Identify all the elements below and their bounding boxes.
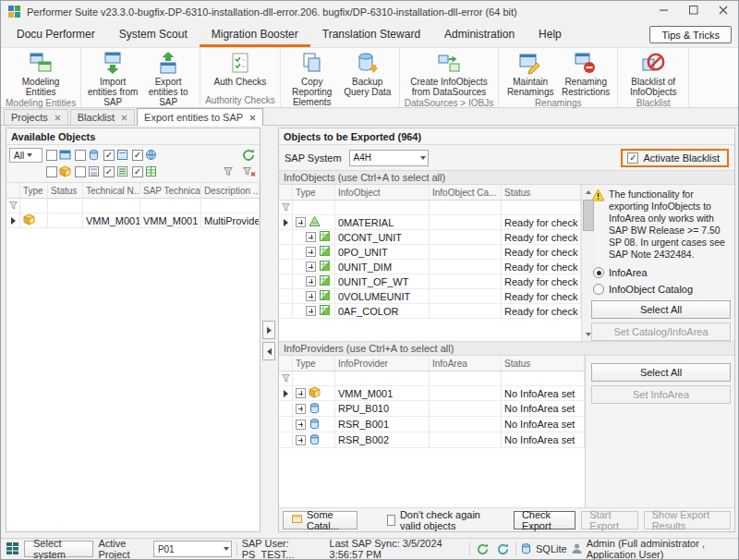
tab-help[interactable]: Help	[527, 23, 574, 47]
create-infoobjects-button[interactable]: Create InfoObjects from DataSources	[409, 50, 489, 97]
renaming-restrictions-button[interactable]: Renaming Restrictions	[559, 50, 612, 97]
tab-administration[interactable]: Administration	[432, 23, 527, 47]
column-header-infoobject[interactable]: InfoObject	[335, 185, 430, 200]
filter-cube-checkbox[interactable]	[46, 166, 57, 177]
close-button[interactable]	[709, 1, 738, 21]
some-catalogs-button[interactable]: Some Catal...	[283, 511, 357, 530]
blacklist-infoobjects-button[interactable]: Blacklist of InfoObjects	[623, 50, 684, 97]
scrollbar-thumb[interactable]	[583, 200, 594, 231]
column-header-infoobject-catalog[interactable]: InfoObject Ca...	[430, 185, 502, 200]
tips-and-tricks-button[interactable]: Tips & Tricks	[649, 26, 732, 43]
expand-icon[interactable]	[296, 217, 306, 227]
set-infoarea-button[interactable]: Set InfoArea	[591, 385, 731, 404]
select-all-infoproviders-button[interactable]: Select All	[591, 363, 731, 382]
maximize-button[interactable]	[679, 1, 709, 21]
minimize-button[interactable]	[649, 1, 679, 21]
infoprovider-row[interactable]: RSR_B001 No InfoArea set	[279, 417, 585, 432]
doctab-projects[interactable]: Projects	[4, 109, 68, 125]
activate-blacklist-label[interactable]: Activate Blacklist	[643, 152, 720, 164]
copy-reporting-elements-button[interactable]: Copy Reporting Elements	[285, 50, 339, 107]
set-catalog-infoarea-button[interactable]: Set Catalog/InfoArea	[591, 323, 731, 341]
infoarea-radio-label[interactable]: InfoArea	[609, 267, 648, 278]
column-header-infoprovider[interactable]: InfoProvider	[335, 356, 430, 371]
doctab-export-entities[interactable]: Export entities to SAP	[137, 108, 263, 126]
expand-icon[interactable]	[306, 247, 316, 257]
expand-icon[interactable]	[296, 420, 306, 430]
select-system-button[interactable]: Select system	[24, 541, 93, 557]
close-tab-icon[interactable]	[121, 112, 127, 123]
available-object-row[interactable]: VMM_M001 VMM_M001 MultiProvide...	[6, 213, 260, 228]
check-export-button[interactable]: Check Export	[514, 511, 575, 530]
infoobject-row[interactable]: 0AF_COLOR Ready for check	[279, 304, 581, 319]
import-entities-button[interactable]: Import entities from SAP	[86, 50, 139, 107]
move-right-button[interactable]	[262, 321, 275, 339]
maintain-renamings-button[interactable]: Maintain Renamings	[503, 50, 557, 97]
filter-funnel-icon[interactable]	[279, 201, 293, 214]
filter-window-checkbox[interactable]	[46, 150, 57, 161]
sync-cycle-icon[interactable]	[495, 541, 511, 557]
backup-query-data-button[interactable]: Backup Query Data	[341, 50, 394, 97]
tab-migration-booster[interactable]: Migration Booster	[200, 23, 310, 47]
filter-funnel-icon[interactable]	[279, 371, 293, 385]
expand-icon[interactable]	[296, 435, 306, 445]
expand-icon[interactable]	[296, 404, 306, 414]
tab-system-scout[interactable]: System Scout	[107, 23, 200, 47]
type-filter-dropdown[interactable]: All	[9, 148, 42, 163]
filter-table-checkbox[interactable]	[132, 166, 143, 177]
column-header-type[interactable]: Type	[293, 185, 335, 200]
filter-sheet-checkbox[interactable]	[103, 150, 115, 161]
column-header-status[interactable]: Status	[48, 183, 83, 198]
select-all-infoobjects-button[interactable]: Select All	[591, 300, 731, 319]
dont-check-checkbox[interactable]	[387, 515, 395, 526]
filter-database-checkbox[interactable]	[75, 150, 86, 161]
column-header-status[interactable]: Status	[502, 356, 585, 371]
filter-list-checkbox[interactable]	[103, 166, 115, 177]
active-project-dropdown[interactable]: P01	[153, 541, 232, 557]
filter-report-checkbox[interactable]	[75, 166, 86, 177]
auth-checks-button[interactable]: Auth Checks	[213, 50, 267, 87]
filter-edit-button[interactable]	[220, 164, 236, 180]
infoprovider-row[interactable]: RSR_B002 No InfoArea set	[279, 432, 585, 448]
infoobjects-scrollbar[interactable]	[581, 185, 595, 341]
column-header-type[interactable]: Type	[293, 356, 335, 371]
sync-refresh-icon[interactable]	[475, 541, 491, 557]
infoobject-catalog-radio-label[interactable]: InfoObject Catalog	[609, 284, 693, 295]
infoobject-row[interactable]: 0MATERIAL Ready for check	[279, 215, 581, 230]
infoobject-row[interactable]: 0UNIT_OF_WT Ready for check	[279, 274, 581, 289]
column-header-type[interactable]: Type	[20, 183, 48, 198]
expand-icon[interactable]	[306, 276, 316, 286]
sap-system-dropdown[interactable]: A4H	[349, 150, 429, 166]
doctab-blacklist[interactable]: Blacklist	[70, 109, 135, 125]
expand-icon[interactable]	[306, 306, 316, 316]
close-tab-icon[interactable]	[249, 112, 256, 123]
infoobject-row[interactable]: 0UNIT_DIM Ready for check	[279, 260, 581, 274]
expand-icon[interactable]	[296, 388, 306, 398]
infoobject-row[interactable]: 0PO_UNIT Ready for check	[279, 245, 581, 260]
dont-check-label[interactable]: Don't check again valid objects	[400, 509, 503, 531]
infoobject-row[interactable]: 0CONT_UNIT Ready for check	[279, 230, 581, 245]
column-header-description[interactable]: Description ...	[201, 183, 260, 198]
column-header-infoarea[interactable]: InfoArea	[430, 356, 502, 371]
infoprovider-row[interactable]: VMM_M001 No InfoArea set	[279, 386, 585, 401]
tab-translation-steward[interactable]: Translation Steward	[310, 23, 432, 47]
filter-globe-checkbox[interactable]	[132, 150, 143, 161]
move-left-button[interactable]	[262, 342, 275, 360]
expand-icon[interactable]	[306, 291, 316, 301]
close-tab-icon[interactable]	[55, 112, 61, 123]
column-header-technical-name[interactable]: Technical N...	[83, 183, 140, 198]
modeling-entities-button[interactable]: Modeling Entities	[14, 50, 67, 97]
expand-icon[interactable]	[306, 262, 316, 272]
filter-funnel-icon[interactable]	[6, 199, 20, 213]
export-entities-button[interactable]: Export entities to SAP	[141, 50, 195, 107]
activate-blacklist-checkbox[interactable]	[627, 152, 638, 164]
start-export-button[interactable]: Start Export	[581, 511, 637, 530]
show-export-results-button[interactable]: Show Export Results	[644, 511, 731, 530]
infoobject-row[interactable]: 0VOLUMEUNIT Ready for check	[279, 289, 581, 304]
column-header-status[interactable]: Status	[502, 185, 581, 200]
column-header-sap-technical-name[interactable]: SAP Technical ...	[140, 183, 201, 198]
expand-icon[interactable]	[306, 232, 316, 242]
filter-clear-button[interactable]	[240, 164, 257, 180]
refresh-button[interactable]	[240, 147, 257, 164]
infoprovider-row[interactable]: RPU_B010 No InfoArea set	[279, 401, 585, 417]
tab-docu-performer[interactable]: Docu Performer	[5, 23, 107, 47]
